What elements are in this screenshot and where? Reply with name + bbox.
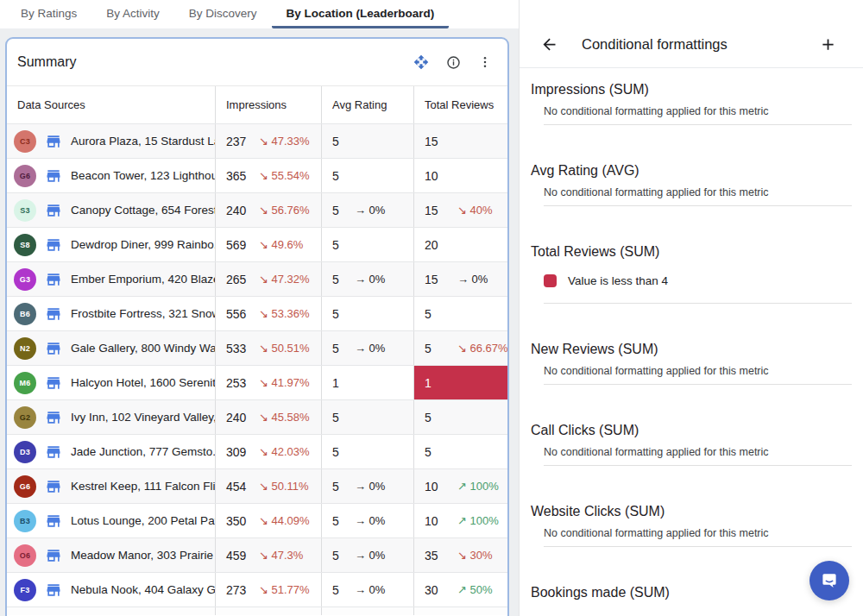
avg-rating-value: 5: [332, 307, 343, 321]
metric-section: New Reviews (SUM) No conditional formatt…: [520, 304, 863, 385]
column-header-data-sources[interactable]: Data Sources: [7, 86, 215, 123]
info-icon[interactable]: [444, 53, 462, 71]
table-row[interactable]: D3 Jade Junction, 777 Gemsto... 309 ↘ 42…: [7, 434, 507, 468]
table-row[interactable]: G2 Ivy Inn, 102 Vineyard Valley,... 240 …: [7, 399, 507, 434]
table-row[interactable]: B3 Lotus Lounge, 200 Petal Pat... 350 ↘ …: [7, 503, 507, 537]
storefront-icon: [45, 443, 62, 461]
avg-rating-value: 5: [332, 273, 343, 286]
total-reviews-trend: ↘ 40%: [457, 204, 493, 217]
total-reviews-value: 5: [425, 411, 445, 424]
avg-rating-value: 5: [332, 549, 343, 563]
data-source-name: Meadow Manor, 303 Prairie P...: [71, 549, 215, 562]
metric-section-title: New Reviews (SUM): [531, 341, 852, 357]
avg-rating-cell: 5 → 0%: [321, 538, 413, 572]
location-avatar: C3: [14, 130, 36, 153]
avg-rating-cell: 5: [321, 124, 413, 158]
impressions-trend: ↘ 47.3%: [259, 549, 303, 562]
location-avatar: B6: [14, 303, 36, 325]
avg-rating-value: 5: [332, 480, 343, 493]
impressions-cell: 237 ↘ 47.33%: [215, 124, 321, 158]
total-reviews-cell: 5: [413, 297, 507, 330]
tab-by-location-leaderboard[interactable]: By Location (Leaderboard): [272, 0, 450, 28]
avg-rating-cell: 5 → 0%: [321, 573, 413, 607]
table-row[interactable]: C3 Aurora Plaza, 15 Stardust La... 237 ↘…: [7, 123, 507, 158]
tab-by-ratings[interactable]: By Ratings: [6, 0, 91, 28]
impressions-trend: ↘ 50.11%: [259, 480, 309, 493]
impressions-trend: ↘ 51.77%: [259, 583, 310, 596]
data-source-name: Beacon Tower, 123 Lighthou...: [71, 169, 215, 182]
total-reviews-value: 20: [425, 238, 445, 252]
no-formatting-caption: No conditional formatting applied for th…: [544, 527, 852, 540]
data-source-cell: M6 Halcyon Hotel, 1600 Serenit...: [7, 366, 215, 399]
total-reviews-cell: 5 ↘ 66.67%: [413, 331, 507, 365]
impressions-cell: 365 ↘ 55.54%: [215, 159, 321, 192]
total-reviews-value: 10: [425, 169, 445, 183]
data-source-cell: D3 Jade Junction, 777 Gemsto...: [7, 435, 215, 468]
column-header-avg-rating[interactable]: Avg Rating: [321, 86, 413, 123]
tab-by-activity[interactable]: By Activity: [91, 0, 174, 28]
table-row[interactable]: F3 Nebula Nook, 404 Galaxy Ga... 273 ↘ 5…: [7, 572, 507, 607]
no-formatting-caption: No conditional formatting applied for th…: [544, 105, 852, 118]
table-row[interactable]: S3 Canopy Cottage, 654 Forest... 240 ↘ 5…: [7, 192, 507, 227]
total-reviews-trend: → 0%: [457, 273, 488, 286]
total-reviews-cell: 15 ↘ 40%: [413, 193, 507, 227]
table-row[interactable]: S8 Dewdrop Diner, 999 Rainbo... 569 ↘ 49…: [7, 227, 507, 261]
data-source-name: Ivy Inn, 102 Vineyard Valley,...: [71, 411, 215, 424]
table-row[interactable]: G6 Beacon Tower, 123 Lighthou... 365 ↘ 5…: [7, 158, 507, 192]
impressions-value: 459: [226, 549, 247, 563]
impressions-cell: 454 ↘ 50.11%: [215, 469, 321, 503]
impressions-trend: ↘ 44.09%: [259, 514, 310, 527]
table-row[interactable]: O6 Meadow Manor, 303 Prairie P... 459 ↘ …: [7, 537, 507, 572]
table-row[interactable]: N2 Gale Gallery, 800 Windy Wal... 533 ↘ …: [7, 330, 507, 365]
report-tab-bar: By Ratings By Activity By Discovery By L…: [0, 0, 519, 28]
back-arrow-icon[interactable]: [539, 35, 558, 53]
total-reviews-value: 30: [425, 583, 445, 597]
formatting-rule-item[interactable]: Value is less than 4: [544, 272, 852, 289]
impressions-value: 265: [226, 273, 247, 286]
total-reviews-cell: 10 ↗ 100%: [413, 469, 507, 503]
table-row[interactable]: M6 Halcyon Hotel, 1600 Serenit... 253 ↘ …: [7, 365, 507, 399]
panel-header: Conditional formattings: [520, 0, 863, 68]
add-formatting-icon[interactable]: [818, 35, 837, 53]
total-reviews-cell: 5: [413, 435, 507, 468]
chat-launcher-button[interactable]: [809, 561, 849, 600]
avg-rating-trend: → 0%: [355, 583, 385, 596]
total-reviews-trend: ↘ 66.67%: [457, 342, 507, 355]
location-avatar: G2: [14, 406, 36, 429]
location-avatar: O6: [14, 544, 36, 567]
table-row[interactable]: G6 Kestrel Keep, 111 Falcon Fli... 454 ↘…: [7, 468, 507, 503]
data-source-name: Dewdrop Diner, 999 Rainbo...: [71, 238, 215, 251]
no-formatting-caption: No conditional formatting applied for th…: [544, 446, 852, 459]
impressions-cell: 265 ↘ 47.32%: [215, 262, 321, 296]
total-reviews-value: 10: [425, 514, 445, 528]
avg-rating-value: 5: [332, 583, 343, 597]
table-row[interactable]: G3 Ember Emporium, 420 Blaze... 265 ↘ 47…: [7, 261, 507, 296]
impressions-value: 309: [226, 445, 247, 459]
avg-rating-cell: 5: [321, 228, 413, 261]
table-row[interactable]: B6 Frostbite Fortress, 321 Snow... 556 ↘…: [7, 296, 507, 330]
total-reviews-cell: 30 ↗ 50%: [413, 573, 507, 607]
data-source-name: Lotus Lounge, 200 Petal Pat...: [71, 514, 215, 527]
move-widget-icon[interactable]: [413, 53, 430, 71]
data-source-cell: G6 Kestrel Keep, 111 Falcon Fli...: [7, 469, 215, 503]
impressions-value: 273: [226, 583, 247, 597]
location-avatar: G6: [14, 475, 36, 498]
avg-rating-trend: → 0%: [355, 342, 385, 355]
data-source-cell: S8 Dewdrop Diner, 999 Rainbo...: [7, 228, 215, 261]
total-reviews-cell: 35 ↘ 30%: [413, 538, 507, 572]
column-header-total-reviews[interactable]: Total Reviews: [413, 86, 507, 123]
impressions-value: 240: [226, 411, 247, 424]
total-reviews-value: 35: [425, 549, 445, 563]
data-source-cell: G2 Ivy Inn, 102 Vineyard Valley,...: [7, 400, 215, 434]
avg-rating-cell: 5 → 0%: [321, 331, 413, 365]
storefront-icon: [45, 305, 62, 323]
impressions-cell: 240 ↘ 56.76%: [215, 193, 321, 227]
impressions-value: 365: [226, 169, 247, 183]
column-header-impressions[interactable]: Impressions: [215, 86, 321, 123]
tab-by-discovery[interactable]: By Discovery: [174, 0, 272, 28]
more-options-icon[interactable]: [476, 53, 494, 71]
data-source-cell: C3 Aurora Plaza, 15 Stardust La...: [7, 124, 215, 158]
location-avatar: N2: [14, 337, 36, 360]
report-canvas: Summary Data Sources Impressions Avg Rat…: [0, 28, 519, 616]
data-source-name: Canopy Cottage, 654 Forest...: [71, 204, 215, 217]
